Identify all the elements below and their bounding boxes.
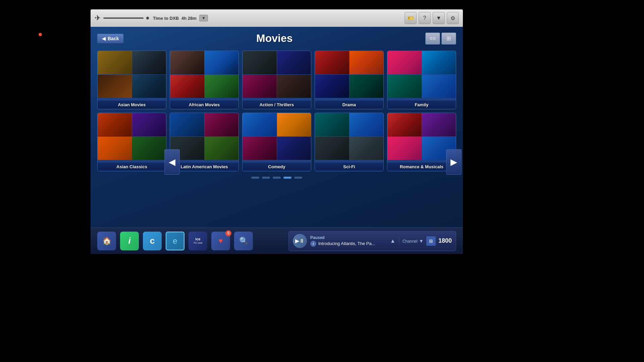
player-expand-button[interactable]: ▲ [390, 238, 395, 244]
category-card-latin-american[interactable]: Latin American Movies [170, 113, 239, 171]
help-icon-btn[interactable]: ? [419, 12, 431, 24]
category-label-action-thrillers: Action / Thrillers [243, 101, 311, 109]
category-grid-wrapper: Asian Movies African Movies [97, 51, 456, 171]
category-card-action-thrillers[interactable]: Action / Thrillers [242, 51, 311, 109]
category-card-comedy[interactable]: Comedy [242, 113, 311, 171]
category-label-asian-classics: Asian Classics [98, 163, 166, 171]
card-img-1 [243, 113, 277, 136]
play-pause-button[interactable]: ▶⏸ [293, 234, 307, 248]
channel-dropdown-btn[interactable]: ▼ [419, 238, 424, 244]
channel-grid-icon[interactable]: ⊞ [426, 236, 436, 246]
category-card-sci-fi[interactable]: Sci-Fi [315, 113, 384, 171]
card-img-3 [315, 75, 349, 98]
status-dot [146, 17, 149, 19]
back-arrow-icon: ◀ [102, 36, 106, 41]
card-img-4 [205, 137, 239, 160]
now-playing-info: i Introducing Atlantis, The Pa... [310, 241, 387, 247]
page-dot-4[interactable] [283, 177, 291, 179]
page-dot-1[interactable] [251, 177, 259, 179]
channel-number: 1800 [438, 237, 452, 244]
card-img-3 [315, 137, 349, 160]
back-button[interactable]: ◀ Back [97, 34, 123, 43]
category-label-asian-movies: Asian Movies [98, 101, 166, 109]
c-button[interactable]: c [143, 232, 162, 250]
card-img-2 [350, 51, 384, 74]
tv-line2: TV Live [193, 241, 202, 245]
content-area: ◀ Back Movies ≡≡ ⊞ ◀ ▶ [91, 27, 463, 184]
tv-line1: ice [193, 237, 202, 241]
card-img-1 [315, 51, 349, 74]
card-images-action-thrillers [243, 51, 311, 98]
card-img-2 [132, 113, 166, 136]
e-icon: e [173, 236, 177, 246]
time-to-label: Time to DXB [153, 16, 179, 21]
card-img-3 [243, 137, 277, 160]
category-label-drama: Drama [315, 101, 383, 109]
card-images-asian-classics [98, 113, 166, 160]
next-page-arrow[interactable]: ▶ [446, 149, 462, 175]
card-images-sci-fi [315, 113, 383, 160]
now-playing-section: Paused i Introducing Atlantis, The Pa... [310, 235, 387, 247]
home-icon: 🏠 [102, 237, 111, 245]
page-dot-5[interactable] [294, 177, 302, 179]
flight-icon: ✈ [95, 14, 101, 22]
category-card-family[interactable]: Family [387, 51, 456, 109]
card-images-asian-movies [98, 51, 166, 98]
time-dropdown[interactable]: ▼ [199, 15, 208, 21]
channel-section: Channel ▼ ⊞ 1800 [399, 236, 452, 246]
search-button[interactable]: 🔍 [234, 232, 253, 250]
card-img-1 [387, 51, 422, 74]
card-images-drama [315, 51, 383, 98]
card-img-2 [205, 113, 239, 136]
category-card-drama[interactable]: Drama [315, 51, 384, 109]
page-dot-2[interactable] [262, 177, 270, 179]
card-img-3 [387, 137, 422, 160]
home-button[interactable]: 🏠 [97, 232, 116, 250]
ticket-icon-btn[interactable]: 🎫 [405, 12, 417, 24]
favorites-button[interactable]: ♥ 0 [211, 232, 230, 250]
settings-icon-btn[interactable]: ⚙ [447, 12, 459, 24]
bottom-nav-bar: 🏠 i c e ice TV Live ♥ 0 🔍 ▶⏸ [91, 227, 463, 254]
card-img-3 [98, 75, 132, 98]
card-images-comedy [243, 113, 311, 160]
card-img-3 [98, 137, 132, 160]
card-img-4 [350, 137, 384, 160]
channel-label-text: Channel ▼ [402, 238, 424, 244]
card-img-3 [170, 75, 204, 98]
c-icon: c [150, 236, 155, 246]
category-label-romance: Romance & Musicals [387, 163, 456, 171]
view-toggle: ≡≡ ⊞ [425, 33, 456, 45]
search-icon: 🔍 [239, 237, 248, 245]
category-grid: Asian Movies African Movies [97, 51, 456, 171]
category-card-asian-movies[interactable]: Asian Movies [97, 51, 166, 109]
info-button[interactable]: i [120, 232, 139, 250]
category-card-asian-classics[interactable]: Asian Classics [97, 113, 166, 171]
page-dot-3[interactable] [273, 177, 281, 179]
card-img-2 [422, 51, 456, 74]
card-img-3 [243, 75, 277, 98]
card-img-4 [205, 75, 239, 98]
info-icon: i [128, 236, 130, 246]
prev-page-arrow[interactable]: ◀ [164, 149, 180, 175]
info-circle-icon: i [310, 241, 316, 247]
card-img-1 [98, 51, 132, 74]
e-button[interactable]: e [166, 232, 184, 250]
list-view-btn[interactable]: ≡≡ [425, 33, 440, 45]
category-label-sci-fi: Sci-Fi [315, 163, 383, 171]
card-img-1 [170, 113, 204, 136]
category-label-african-movies: African Movies [170, 101, 238, 109]
card-img-3 [387, 75, 422, 98]
card-img-2 [422, 113, 456, 136]
tv-live-button[interactable]: ice TV Live [189, 232, 207, 250]
grid-view-btn[interactable]: ⊞ [441, 33, 456, 45]
card-img-4 [277, 137, 311, 160]
category-card-african-movies[interactable]: African Movies [170, 51, 239, 109]
card-img-2 [277, 51, 311, 74]
main-screen: ✈ Time to DXB 4h 28m ▼ 🎫 ? ▼ ⚙ ◀ Back Mo… [91, 9, 463, 254]
menu-dropdown-btn[interactable]: ▼ [433, 12, 445, 24]
card-img-1 [387, 113, 422, 136]
back-label: Back [108, 36, 119, 41]
favorites-badge: 0 [225, 230, 231, 236]
card-img-2 [132, 51, 166, 74]
category-label-latin-american: Latin American Movies [170, 163, 238, 171]
